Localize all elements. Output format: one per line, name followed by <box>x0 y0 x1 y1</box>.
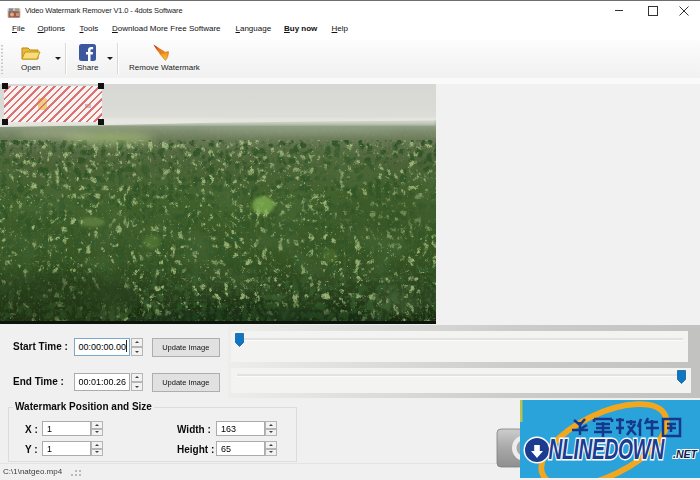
svg-text:.NET: .NET <box>673 448 699 460</box>
svg-text:NLINEDOWN: NLINEDOWN <box>549 432 665 465</box>
